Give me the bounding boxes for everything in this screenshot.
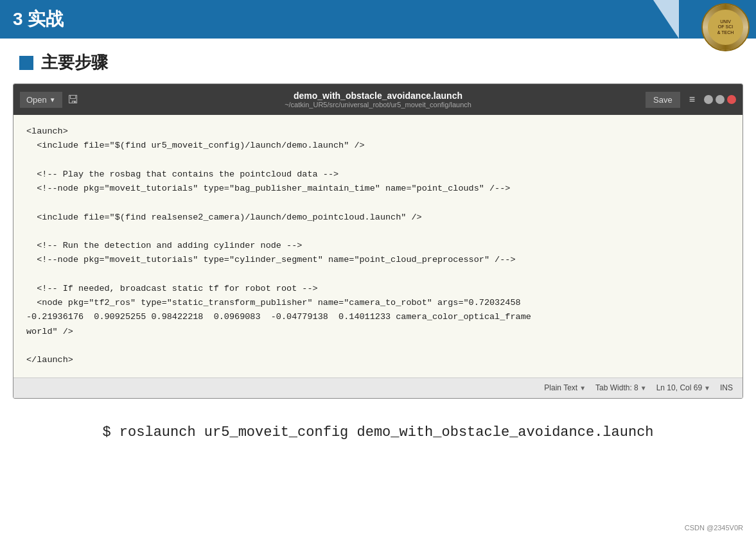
save-icon[interactable]: 🖫 bbox=[67, 93, 79, 107]
editor-filepath: ~/catkin_UR5/src/universal_robot/ur5_mov… bbox=[285, 101, 471, 108]
plain-text-label: Plain Text bbox=[544, 383, 577, 392]
insert-mode-status: INS bbox=[720, 383, 733, 392]
editor-title-center: demo_with_obstacle_avoidance.launch ~/ca… bbox=[285, 91, 471, 108]
editor-right-controls: Save ≡ bbox=[646, 92, 736, 108]
logo-inner-circle: UNIVOF SCI& TECH bbox=[708, 10, 743, 45]
tab-width-label: Tab Width: 8 bbox=[595, 383, 638, 392]
tab-width-status[interactable]: Tab Width: 8 ▼ bbox=[595, 383, 647, 392]
minimize-button[interactable] bbox=[704, 95, 713, 104]
close-button[interactable] bbox=[727, 95, 736, 104]
command-line: $ roslaunch ur5_moveit_config demo_with_… bbox=[0, 399, 756, 453]
header-title: 3 实战 bbox=[13, 7, 64, 31]
section-heading: 主要步骤 bbox=[0, 39, 756, 83]
university-logo: UNIVOF SCI& TECH bbox=[701, 3, 750, 51]
section-title: 主要步骤 bbox=[41, 51, 108, 74]
cursor-dropdown-icon: ▼ bbox=[704, 385, 710, 392]
save-button[interactable]: Save bbox=[646, 92, 680, 108]
editor-titlebar: Open ▼ 🖫 demo_with_obstacle_avoidance.la… bbox=[13, 84, 743, 115]
open-caret-icon: ▼ bbox=[49, 96, 56, 103]
menu-button[interactable]: ≡ bbox=[685, 92, 699, 107]
command-text: $ roslaunch ur5_moveit_config demo_with_… bbox=[102, 424, 653, 440]
editor-filename: demo_with_obstacle_avoidance.launch bbox=[285, 91, 471, 101]
editor-statusbar: Plain Text ▼ Tab Width: 8 ▼ Ln 10, Col 6… bbox=[13, 377, 743, 398]
header-bar: 3 实战 UNIVOF SCI& TECH bbox=[0, 0, 756, 39]
cursor-position-status: Ln 10, Col 69 ▼ bbox=[656, 383, 710, 392]
editor-content[interactable]: <launch> <include file="$(find ur5_movei… bbox=[13, 115, 743, 377]
logo-text: UNIVOF SCI& TECH bbox=[717, 19, 734, 35]
maximize-button[interactable] bbox=[716, 95, 725, 104]
window-controls bbox=[704, 95, 736, 104]
footer: CSDN @2345V0R bbox=[685, 524, 743, 532]
editor-container: Open ▼ 🖫 demo_with_obstacle_avoidance.la… bbox=[13, 83, 743, 399]
open-button[interactable]: Open ▼ bbox=[20, 92, 62, 108]
insert-mode-label: INS bbox=[720, 383, 733, 392]
footer-text: CSDN @2345V0R bbox=[685, 524, 743, 532]
tab-width-dropdown-icon: ▼ bbox=[640, 385, 647, 392]
section-bullet-square bbox=[19, 56, 33, 70]
plain-text-dropdown-icon: ▼ bbox=[579, 385, 586, 392]
cursor-position-label: Ln 10, Col 69 bbox=[656, 383, 702, 392]
logo-outer-ring: UNIVOF SCI& TECH bbox=[703, 3, 748, 51]
plain-text-status[interactable]: Plain Text ▼ bbox=[544, 383, 586, 392]
header-triangle-decoration bbox=[653, 0, 679, 39]
